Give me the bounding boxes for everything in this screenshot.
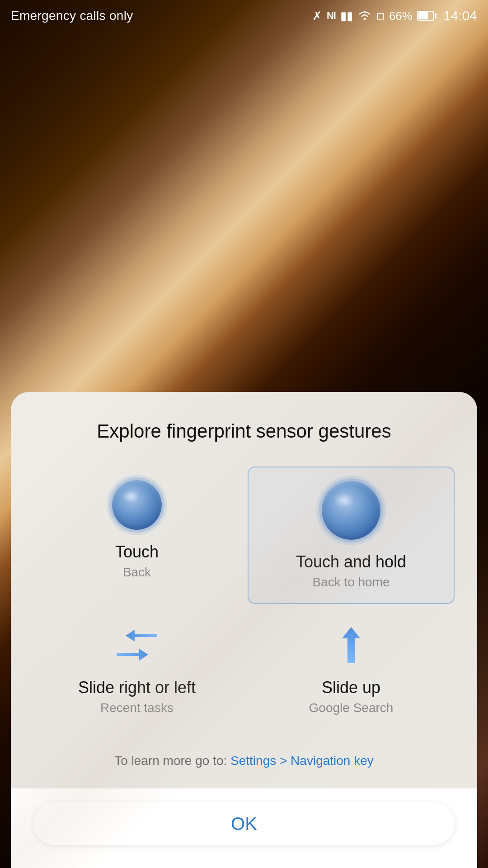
svg-point-0 (363, 18, 366, 20)
gesture-slide-lr-sublabel: Recent tasks (100, 701, 174, 715)
gesture-slide-up-sublabel: Google Search (309, 701, 394, 715)
gesture-item-touch-hold[interactable]: Touch and hold Back to home (248, 467, 455, 604)
fingerprint-hold-icon (322, 481, 380, 540)
time-display: 14:04 (443, 8, 477, 24)
data-icon: ◻ (376, 11, 385, 21)
svg-marker-1 (126, 630, 157, 642)
gesture-item-touch[interactable]: Touch Back (33, 467, 240, 604)
dialog-overlay: Explore fingerprint sensor gestures Touc… (0, 392, 488, 868)
gesture-hold-sublabel: Back to home (312, 575, 389, 590)
status-bar: Emergency calls only ✗ NI ▮▮ ◻ 66% (0, 0, 488, 32)
slide-up-arrow-icon (326, 625, 376, 665)
emergency-calls-text: Emergency calls only (11, 9, 133, 23)
footer-text: To learn more go to: (114, 754, 227, 768)
battery-percent-text: 66% (389, 9, 413, 23)
gesture-slide-lr-label: Slide right or left (78, 678, 196, 697)
nfc-icon: NI (327, 11, 336, 21)
fingerprint-touch-icon (112, 480, 162, 530)
gesture-item-slide-up[interactable]: Slide up Google Search (248, 611, 455, 729)
slide-lr-arrows-icon (112, 625, 162, 665)
gesture-touch-sublabel: Back (123, 565, 151, 580)
svg-marker-2 (117, 649, 148, 660)
fingerprint-gestures-dialog: Explore fingerprint sensor gestures Touc… (11, 392, 477, 868)
gesture-touch-label: Touch (115, 542, 159, 561)
battery-icon (417, 10, 437, 21)
bluetooth-icon: ✗ (312, 10, 322, 22)
svg-marker-3 (342, 627, 360, 663)
status-icons: ✗ NI ▮▮ ◻ 66% 14:04 (312, 8, 477, 24)
settings-navigation-key-link[interactable]: Settings > Navigation key (230, 754, 374, 768)
gesture-slide-up-label: Slide up (322, 678, 380, 697)
gesture-item-slide-lr[interactable]: Slide right or left Recent tasks (33, 611, 240, 729)
ok-button-wrapper: OK (11, 788, 477, 868)
gesture-grid: Touch Back Touch and hold Back to home (33, 467, 455, 729)
wifi-icon (357, 9, 372, 23)
dialog-title: Explore fingerprint sensor gestures (33, 419, 455, 444)
ok-button[interactable]: OK (33, 802, 455, 845)
gesture-hold-label: Touch and hold (296, 552, 406, 571)
vibrate-icon: ▮▮ (340, 10, 353, 22)
dialog-footer: To learn more go to: Settings > Navigati… (33, 751, 455, 770)
